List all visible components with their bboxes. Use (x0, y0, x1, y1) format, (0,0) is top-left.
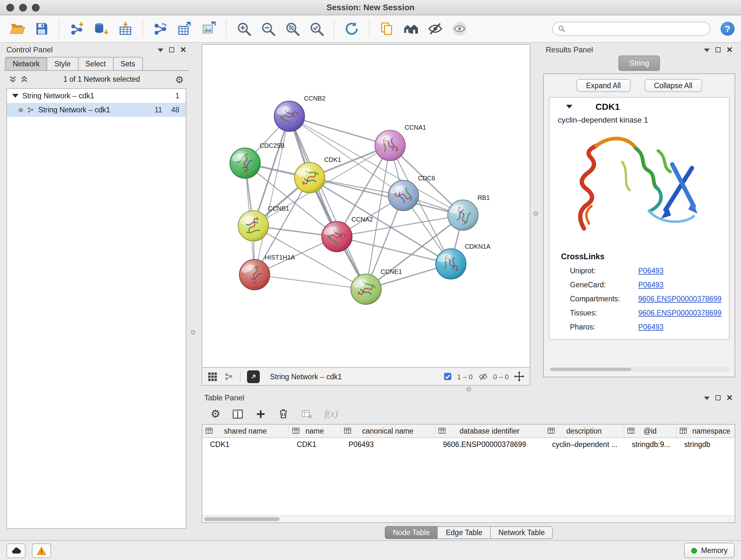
network-edge-CCNB2-HIST1H1A[interactable] (255, 116, 289, 274)
network-canvas[interactable]: CCNB2CCNA1CDC25BCDK1CDC6RB1CCNB1CCNA2CDK… (202, 44, 530, 368)
show-columns-icon[interactable] (232, 408, 244, 420)
open-session-button[interactable] (6, 18, 28, 39)
disclosure-triangle-icon[interactable] (12, 94, 18, 98)
table-cell-id[interactable]: stringdb:9... (624, 438, 677, 451)
table-cell-database-identifier[interactable]: 9606.ENSP00000378699 (435, 438, 544, 451)
protein-card-header[interactable]: CDK1 (549, 98, 729, 116)
float-panel-icon[interactable] (716, 395, 721, 400)
table-row[interactable]: CDK1CDK1P064939606.ENSP00000378699cyclin… (202, 438, 735, 451)
zoom-in-button[interactable] (233, 18, 255, 39)
panel-menu-icon[interactable] (158, 48, 163, 52)
left-splitter-handle[interactable] (191, 330, 195, 334)
tab-node-table[interactable]: Node Table (385, 526, 438, 539)
delete-trash-icon[interactable] (278, 408, 289, 420)
save-session-button[interactable] (30, 18, 52, 39)
import-network-file-button[interactable] (66, 18, 87, 39)
zoom-selected-button[interactable] (306, 18, 327, 39)
add-column-plus-icon[interactable] (256, 408, 266, 419)
expand-all-button[interactable]: Expand All (577, 79, 630, 92)
panel-menu-icon[interactable] (704, 395, 710, 400)
column-header-database-identifier[interactable]: database identifier (435, 425, 544, 437)
crosslink-link-pharos[interactable]: P06493 (638, 323, 664, 331)
collapse-all-button[interactable]: Collapse All (644, 79, 702, 92)
table-cell-shared-name[interactable]: CDK1 (202, 438, 289, 451)
first-neighbors-button[interactable] (400, 18, 422, 39)
network-edge-CCNB2-CCNA1[interactable] (289, 116, 390, 145)
new-network-button[interactable] (149, 18, 171, 39)
tab-string[interactable]: String (618, 56, 660, 71)
tab-network-table[interactable]: Network Table (490, 526, 553, 539)
tab-edge-table[interactable]: Edge Table (437, 526, 491, 539)
network-node-CDC25B[interactable] (230, 148, 260, 178)
network-node-CCNB2[interactable] (274, 101, 305, 132)
copy-style-button[interactable] (376, 18, 398, 39)
tab-network[interactable]: Network (5, 57, 47, 70)
hide-selected-button[interactable] (424, 18, 446, 39)
column-header-shared-name[interactable]: shared name (202, 425, 289, 437)
network-node-CDK1[interactable] (294, 163, 325, 193)
tab-style[interactable]: Style (47, 57, 78, 70)
float-panel-icon[interactable] (716, 47, 721, 52)
network-node-CCNB1[interactable] (238, 211, 268, 241)
annotation-mode-button[interactable] (247, 370, 260, 383)
warnings-button[interactable] (32, 543, 51, 558)
table-cell-description[interactable]: cyclin–dependent ... (544, 438, 624, 451)
table-cell-namespace[interactable]: stringdb (677, 438, 735, 451)
search-input[interactable] (569, 24, 704, 33)
birds-eye-move-icon[interactable] (514, 371, 525, 382)
network-edge-CCNB2-CCNE1[interactable] (289, 116, 366, 289)
network-node-CDC6[interactable] (388, 180, 418, 211)
zoom-fit-button[interactable] (281, 18, 303, 39)
crosslink-link-tissues[interactable]: 9606.ENSP00000378699 (638, 309, 722, 317)
export-image-button[interactable] (198, 18, 219, 39)
column-header-name[interactable]: name (289, 425, 341, 437)
float-panel-icon[interactable] (169, 47, 174, 52)
network-edge-CCNA2-CDKN1A[interactable] (337, 237, 451, 264)
network-node-CDKN1A[interactable] (435, 249, 466, 279)
close-window-button[interactable] (6, 3, 14, 11)
help-button[interactable]: ? (721, 22, 735, 36)
table-horizontal-scrollbar[interactable] (202, 515, 735, 522)
collapse-all-icon[interactable] (9, 75, 17, 83)
network-node-CCNE1[interactable] (351, 274, 381, 304)
new-table-button[interactable] (174, 18, 195, 39)
gear-icon[interactable]: ⚙ (175, 74, 184, 84)
close-panel-icon[interactable]: ✕ (180, 46, 186, 54)
crosslink-link-genecard[interactable]: P06493 (638, 281, 664, 289)
network-node-RB1[interactable] (448, 200, 478, 230)
panel-menu-icon[interactable] (704, 48, 710, 52)
network-edge-HIST1H1A-CCNE1[interactable] (255, 274, 366, 289)
minimize-window-button[interactable] (19, 3, 27, 11)
column-header-description[interactable]: description (544, 425, 624, 437)
grid-view-icon[interactable] (207, 371, 218, 381)
expand-all-icon[interactable] (20, 75, 28, 83)
column-header-canonical-name[interactable]: canonical name (341, 425, 435, 437)
column-header-id[interactable]: @id (624, 425, 677, 437)
import-network-database-button[interactable] (90, 18, 112, 39)
memory-button[interactable]: Memory (684, 543, 735, 558)
network-row[interactable]: String Network – cdk1 11 48 (7, 103, 186, 117)
network-graph[interactable]: CCNB2CCNA1CDC25BCDK1CDC6RB1CCNB1CCNA2CDK… (202, 45, 530, 367)
crosslink-link-compartments[interactable]: 9606.ENSP00000378699 (638, 295, 722, 303)
zoom-out-button[interactable] (257, 18, 279, 39)
cloud-status-button[interactable] (6, 543, 25, 558)
table-cell-canonical-name[interactable]: P06493 (341, 438, 435, 451)
results-horizontal-scrollbar[interactable] (549, 367, 730, 372)
show-all-button[interactable] (449, 18, 470, 39)
selected-checkbox-icon[interactable] (444, 372, 452, 381)
tab-sets[interactable]: Sets (113, 57, 143, 70)
close-panel-icon[interactable]: ✕ (726, 46, 733, 54)
tab-select[interactable]: Select (78, 57, 114, 70)
zoom-window-button[interactable] (32, 3, 40, 11)
table-cell-name[interactable]: CDK1 (289, 438, 341, 451)
right-splitter-handle[interactable] (534, 211, 538, 216)
network-node-CCNA2[interactable] (322, 222, 352, 252)
disclosure-triangle-icon[interactable] (566, 105, 572, 109)
network-node-CCNA1[interactable] (375, 130, 405, 161)
network-share-icon[interactable] (224, 372, 233, 381)
crosslink-link-uniprot[interactable]: P06493 (638, 267, 664, 274)
apply-layout-button[interactable] (341, 18, 362, 39)
close-panel-icon[interactable]: ✕ (726, 394, 733, 401)
network-node-HIST1H1A[interactable] (239, 260, 270, 290)
horizontal-splitter[interactable] (202, 386, 735, 392)
